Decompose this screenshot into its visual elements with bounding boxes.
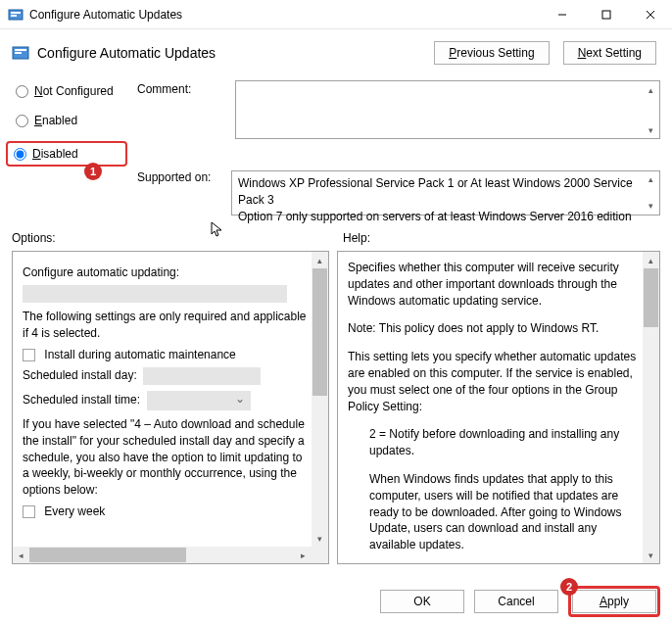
ok-button[interactable]: OK bbox=[380, 590, 464, 613]
options-hscroll-thumb[interactable] bbox=[29, 548, 186, 562]
close-button[interactable] bbox=[628, 0, 672, 28]
policy-state-row: Not Configured Enabled Disabled 1 Commen… bbox=[0, 69, 672, 168]
next-setting-button[interactable]: Next Setting bbox=[563, 41, 656, 65]
help-vscrollbar[interactable]: ▴ ▾ bbox=[643, 252, 659, 563]
scheduled-day-select[interactable] bbox=[143, 367, 261, 385]
policy-icon bbox=[8, 7, 24, 23]
configure-updating-label: Configure automatic updating: bbox=[23, 265, 309, 279]
svg-rect-8 bbox=[15, 49, 26, 51]
supported-text-content: Windows XP Professional Service Pack 1 o… bbox=[238, 176, 633, 223]
supported-scroll-down[interactable]: ▾ bbox=[643, 198, 659, 215]
supported-label: Supported on: bbox=[137, 170, 221, 184]
help-p4: 2 = Notify before downloading and instal… bbox=[348, 426, 640, 459]
radio-disabled-highlight: Disabled 1 bbox=[6, 141, 127, 167]
svg-rect-2 bbox=[11, 15, 17, 17]
scheduled-day-label: Scheduled install day: bbox=[23, 368, 137, 382]
help-scroll-up[interactable]: ▴ bbox=[643, 252, 659, 268]
every-week-checkbox[interactable]: Every week bbox=[23, 504, 309, 518]
options-hscrollbar[interactable]: ◂ ▸ bbox=[13, 547, 312, 563]
svg-rect-1 bbox=[11, 12, 21, 14]
comment-scroll-up[interactable]: ▴ bbox=[643, 81, 659, 98]
header: Configure Automatic Updates Previous Set… bbox=[0, 29, 672, 69]
radio-disabled[interactable]: Disabled bbox=[14, 147, 120, 161]
configure-updating-select[interactable] bbox=[23, 285, 287, 303]
help-p2: Note: This policy does not apply to Wind… bbox=[348, 320, 640, 337]
window-controls bbox=[540, 0, 672, 28]
options-panel: Configure automatic updating: The follow… bbox=[12, 251, 329, 564]
radio-not-configured-input[interactable] bbox=[16, 85, 28, 98]
previous-setting-button[interactable]: Previous Setting bbox=[434, 41, 549, 65]
window-title: Configure Automatic Updates bbox=[29, 8, 540, 22]
svg-rect-4 bbox=[602, 11, 610, 19]
install-maintenance-checkbox-box[interactable] bbox=[23, 349, 35, 361]
supported-row: Supported on: Windows XP Professional Se… bbox=[0, 168, 672, 221]
every-week-checkbox-box[interactable] bbox=[23, 505, 35, 518]
page-title: Configure Automatic Updates bbox=[37, 45, 434, 61]
help-label: Help: bbox=[343, 231, 370, 245]
scheduled-time-select[interactable] bbox=[147, 391, 251, 410]
apply-highlight: 2 Apply bbox=[568, 586, 660, 617]
radio-not-configured-label: Not Configured bbox=[34, 84, 114, 98]
titlebar: Configure Automatic Updates bbox=[0, 0, 672, 29]
options-vscrollbar[interactable]: ▴ ▾ bbox=[312, 252, 328, 547]
help-p1: Specifies whether this computer will rec… bbox=[348, 260, 640, 309]
options-label: Options: bbox=[12, 231, 323, 245]
options-scroll-thumb[interactable] bbox=[312, 268, 327, 396]
radio-enabled-label: Enabled bbox=[34, 114, 77, 127]
options-scroll-left[interactable]: ◂ bbox=[13, 547, 29, 563]
minimize-button[interactable] bbox=[540, 0, 584, 28]
install-maintenance-checkbox[interactable]: Install during automatic maintenance bbox=[23, 348, 309, 361]
options-note4: If you have selected "4 – Auto download … bbox=[23, 416, 309, 499]
svg-rect-9 bbox=[15, 52, 22, 54]
scheduled-time-label: Scheduled install time: bbox=[23, 393, 140, 407]
annotation-badge-2: 2 bbox=[560, 578, 578, 596]
help-p5: When Windows finds updates that apply to… bbox=[348, 471, 640, 553]
radio-not-configured[interactable]: Not Configured bbox=[12, 82, 127, 100]
cursor-icon bbox=[211, 221, 224, 242]
every-week-label: Every week bbox=[44, 504, 105, 518]
cancel-button[interactable]: Cancel bbox=[474, 590, 558, 613]
options-scroll-up[interactable]: ▴ bbox=[312, 252, 328, 268]
options-required-note: The following settings are only required… bbox=[23, 309, 309, 342]
options-scroll-right[interactable]: ▸ bbox=[295, 547, 312, 563]
options-scroll-down[interactable]: ▾ bbox=[312, 530, 328, 547]
help-scroll-down[interactable]: ▾ bbox=[643, 547, 659, 563]
radio-disabled-input[interactable] bbox=[14, 148, 26, 161]
dialog-footer: OK Cancel 2 Apply bbox=[380, 586, 660, 617]
radio-enabled[interactable]: Enabled bbox=[12, 112, 127, 129]
options-scroll-corner bbox=[312, 547, 328, 563]
policy-page-icon bbox=[12, 44, 29, 62]
help-scroll-thumb[interactable] bbox=[644, 268, 658, 327]
annotation-badge-1: 1 bbox=[84, 163, 102, 180]
comment-scroll-down[interactable]: ▾ bbox=[643, 121, 659, 138]
radio-disabled-label: Disabled bbox=[32, 147, 78, 161]
apply-button[interactable]: Apply bbox=[572, 590, 656, 613]
comment-textarea[interactable]: ▴ ▾ bbox=[235, 80, 660, 139]
comment-label: Comment: bbox=[137, 80, 225, 167]
radio-enabled-input[interactable] bbox=[16, 115, 28, 127]
install-maintenance-label: Install during automatic maintenance bbox=[44, 348, 235, 361]
maximize-button[interactable] bbox=[584, 0, 628, 28]
help-panel: Specifies whether this computer will rec… bbox=[337, 251, 660, 564]
supported-scroll-up[interactable]: ▴ bbox=[643, 171, 659, 188]
help-p3: This setting lets you specify whether au… bbox=[348, 349, 640, 414]
supported-text: Windows XP Professional Service Pack 1 o… bbox=[231, 170, 660, 216]
